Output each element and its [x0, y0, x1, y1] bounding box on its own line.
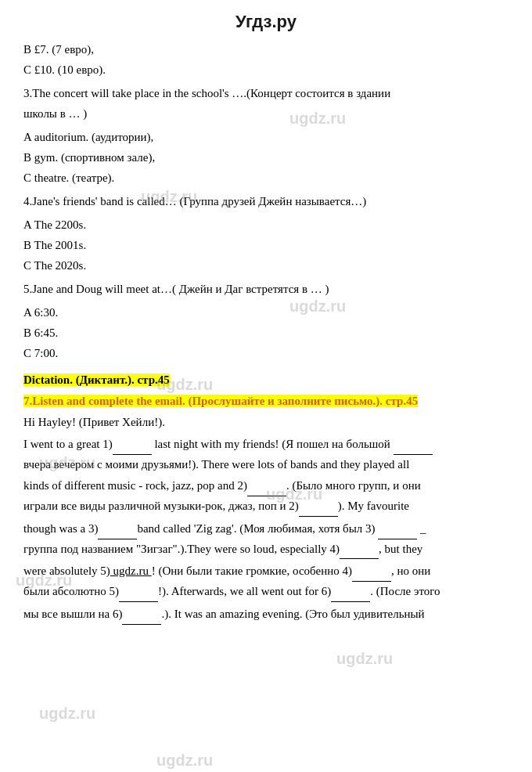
- line-a-630: A 6:30.: [23, 303, 509, 322]
- p5-start: were absolutely 5): [23, 565, 110, 577]
- p3-line2-start: играли все виды различной музыки-рок, дж…: [23, 500, 299, 512]
- blank-3b: [378, 519, 417, 539]
- blank-6: [331, 582, 370, 602]
- dictation-section: Dictation. (Диктант.). стр.45: [23, 373, 509, 387]
- p4-start: though was a 3): [23, 522, 98, 535]
- p3-line2-end: ). My favourite: [338, 500, 409, 512]
- p5-line3: . (После этого: [370, 585, 440, 597]
- line-b-2001: B The 2001s.: [23, 236, 509, 254]
- paragraph-5: were absolutely 5) ugdz.ru ! (Они были т…: [23, 561, 509, 602]
- line-q5: 5.Jane and Doug will meet at…( Джейн и Д…: [23, 280, 509, 298]
- blank-2b: [299, 496, 338, 517]
- p4-line2-end: , but they: [379, 543, 422, 555]
- paragraph-1: Hi Hayley! (Привет Хейли!).: [23, 413, 509, 432]
- line-c-2020: C The 2020s.: [23, 256, 509, 275]
- blank-2: [247, 476, 286, 496]
- line-q3: 3.The concert will take place in the sch…: [23, 84, 509, 103]
- p5-line2-end: !). Afterwards, we all went out for 6): [158, 585, 331, 597]
- paragraph-2: I went to a great 1) last night with my …: [23, 435, 509, 474]
- watermark-8: ugdz.ru: [336, 650, 393, 668]
- line-b-645: B 6:45.: [23, 323, 509, 342]
- p6-mid: .). It was an amazing evening. (Это был …: [161, 608, 424, 620]
- line-c10: С £10. (10 евро).: [23, 60, 509, 79]
- blank-4b: [352, 561, 391, 582]
- exercise-section: 7.Listen and complete the email. (Прослу…: [23, 395, 509, 408]
- line-c-700: C 7:00.: [23, 344, 509, 363]
- p5-end: , но они: [391, 565, 430, 577]
- p4-end: _: [420, 522, 426, 535]
- blank-1b: [394, 435, 433, 455]
- p5-line2-start: были абсолютно 5): [23, 585, 119, 597]
- exercise-heading: 7.Listen and complete the email. (Прослу…: [23, 395, 418, 407]
- p4-mid: band called 'Zig zag'. (Моя любимая, хот…: [137, 522, 375, 535]
- p4-line2: группа под названием "Зигзаг".).They wer…: [23, 543, 340, 555]
- line-b7: В £7. (7 евро),: [23, 40, 509, 59]
- blank-1: [113, 435, 152, 455]
- p6-start: мы все вышли на 6): [23, 608, 122, 620]
- watermark-9: ugdz.ru: [39, 705, 95, 723]
- blank-6b: [122, 604, 161, 625]
- blank-5-underlined: ugdz.ru: [110, 565, 152, 577]
- paragraph-4: though was a 3) band called 'Zig zag'. (…: [23, 519, 509, 560]
- p2-line2: вчера вечером с моими друзьями!). There …: [23, 458, 409, 471]
- p2-start: I went to a great 1): [23, 438, 113, 450]
- blank-4: [340, 539, 379, 560]
- paragraph-6: мы все вышли на 6) .). It was an amazing…: [23, 604, 509, 625]
- watermark-10: ugdz.ru: [156, 752, 213, 770]
- line-b-gym: B gym. (спортивном зале),: [23, 148, 509, 167]
- paragraph-3: kinds of different music - rock, jazz, p…: [23, 476, 509, 517]
- p1-text: Hi Hayley! (Привет Хейли!).: [23, 416, 165, 428]
- p2-mid: last night with my friends! (Я пошел на …: [152, 438, 390, 450]
- site-title: Угдз.ру: [23, 8, 509, 32]
- line-c-theatre: C theatre. (театре).: [23, 168, 509, 187]
- page-container: ugdz.ru ugdz.ru ugdz.ru ugdz.ru ugdz.ru …: [0, 0, 532, 772]
- line-a-2200: A The 2200s.: [23, 215, 509, 234]
- p5-mid: ! (Они были такие громкие, особенно 4): [152, 565, 352, 577]
- blank-5b: [119, 582, 158, 602]
- dictation-heading: Dictation. (Диктант.). стр.45: [23, 373, 170, 386]
- p3-mid: . (Было много групп, и они: [286, 479, 421, 492]
- p3-start: kinds of different music - rock, jazz, p…: [23, 479, 247, 492]
- q3-text: 3.The concert will take place in the sch…: [23, 87, 390, 99]
- line-q4: 4.Jane's friends' band is called… (Групп…: [23, 192, 509, 211]
- line-a-aud: A auditorium. (аудитории),: [23, 128, 509, 146]
- line-q3-cont: школы в … ): [23, 104, 509, 123]
- blank-3: [98, 519, 137, 539]
